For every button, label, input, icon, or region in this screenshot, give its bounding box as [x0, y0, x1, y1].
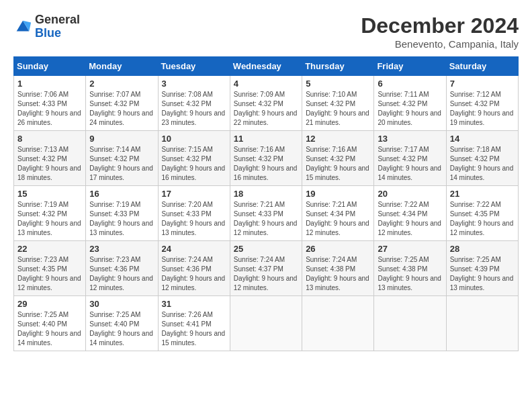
- calendar-cell: 19Sunrise: 7:21 AMSunset: 4:34 PMDayligh…: [302, 186, 374, 241]
- day-number: 28: [450, 244, 515, 254]
- calendar-cell: 3Sunrise: 7:08 AMSunset: 4:32 PMDaylight…: [158, 76, 230, 131]
- cell-info: Sunrise: 7:14 AMSunset: 4:32 PMDaylight:…: [89, 145, 154, 183]
- location-title: Benevento, Campania, Italy: [361, 38, 519, 50]
- calendar-cell: 6Sunrise: 7:11 AMSunset: 4:32 PMDaylight…: [374, 76, 446, 131]
- day-number: 20: [378, 189, 442, 199]
- calendar-cell: 13Sunrise: 7:17 AMSunset: 4:32 PMDayligh…: [374, 131, 446, 186]
- cell-info: Sunrise: 7:18 AMSunset: 4:32 PMDaylight:…: [450, 145, 515, 183]
- calendar-table: SundayMondayTuesdayWednesdayThursdayFrid…: [13, 56, 519, 351]
- cell-info: Sunrise: 7:12 AMSunset: 4:32 PMDaylight:…: [450, 90, 515, 128]
- cell-info: Sunrise: 7:08 AMSunset: 4:32 PMDaylight:…: [162, 90, 226, 128]
- calendar-cell: 1Sunrise: 7:06 AMSunset: 4:33 PMDaylight…: [14, 76, 86, 131]
- day-number: 1: [17, 79, 82, 89]
- calendar-cell: 26Sunrise: 7:24 AMSunset: 4:38 PMDayligh…: [302, 241, 374, 296]
- day-number: 25: [234, 244, 298, 254]
- calendar-cell: 24Sunrise: 7:24 AMSunset: 4:36 PMDayligh…: [158, 241, 230, 296]
- day-number: 16: [89, 189, 154, 199]
- column-header-wednesday: Wednesday: [230, 57, 302, 76]
- day-number: 3: [162, 79, 226, 89]
- day-number: 15: [17, 189, 82, 199]
- cell-info: Sunrise: 7:21 AMSunset: 4:33 PMDaylight:…: [234, 200, 298, 238]
- day-number: 26: [306, 244, 370, 254]
- header: General Blue December 2024 Benevento, Ca…: [13, 13, 519, 50]
- calendar-cell: 31Sunrise: 7:26 AMSunset: 4:41 PMDayligh…: [158, 296, 230, 351]
- cell-info: Sunrise: 7:21 AMSunset: 4:34 PMDaylight:…: [306, 200, 370, 238]
- calendar-week-1: 1Sunrise: 7:06 AMSunset: 4:33 PMDaylight…: [14, 76, 519, 131]
- cell-info: Sunrise: 7:24 AMSunset: 4:38 PMDaylight:…: [306, 255, 370, 293]
- cell-info: Sunrise: 7:22 AMSunset: 4:34 PMDaylight:…: [378, 200, 442, 238]
- calendar-cell: [446, 296, 518, 351]
- calendar-cell: 25Sunrise: 7:24 AMSunset: 4:37 PMDayligh…: [230, 241, 302, 296]
- cell-info: Sunrise: 7:16 AMSunset: 4:32 PMDaylight:…: [306, 145, 370, 183]
- day-number: 11: [234, 134, 298, 144]
- cell-info: Sunrise: 7:09 AMSunset: 4:32 PMDaylight:…: [234, 90, 298, 128]
- calendar-cell: [230, 296, 302, 351]
- cell-info: Sunrise: 7:26 AMSunset: 4:41 PMDaylight:…: [162, 310, 226, 348]
- calendar-cell: 20Sunrise: 7:22 AMSunset: 4:34 PMDayligh…: [374, 186, 446, 241]
- calendar-cell: 22Sunrise: 7:23 AMSunset: 4:35 PMDayligh…: [14, 241, 86, 296]
- day-number: 31: [162, 299, 226, 309]
- day-number: 29: [17, 299, 82, 309]
- column-header-friday: Friday: [374, 57, 446, 76]
- day-number: 10: [162, 134, 226, 144]
- day-number: 19: [306, 189, 370, 199]
- calendar-week-5: 29Sunrise: 7:25 AMSunset: 4:40 PMDayligh…: [14, 296, 519, 351]
- day-number: 12: [306, 134, 370, 144]
- calendar-cell: [374, 296, 446, 351]
- day-number: 4: [234, 79, 298, 89]
- day-number: 27: [378, 244, 442, 254]
- cell-info: Sunrise: 7:22 AMSunset: 4:35 PMDaylight:…: [450, 200, 515, 238]
- day-number: 17: [162, 189, 226, 199]
- cell-info: Sunrise: 7:13 AMSunset: 4:32 PMDaylight:…: [17, 145, 82, 183]
- calendar-week-4: 22Sunrise: 7:23 AMSunset: 4:35 PMDayligh…: [14, 241, 519, 296]
- column-header-thursday: Thursday: [302, 57, 374, 76]
- calendar-cell: 15Sunrise: 7:19 AMSunset: 4:32 PMDayligh…: [14, 186, 86, 241]
- logo-general-text: General: [35, 13, 80, 26]
- calendar-cell: 14Sunrise: 7:18 AMSunset: 4:32 PMDayligh…: [446, 131, 518, 186]
- calendar-cell: 18Sunrise: 7:21 AMSunset: 4:33 PMDayligh…: [230, 186, 302, 241]
- cell-info: Sunrise: 7:15 AMSunset: 4:32 PMDaylight:…: [162, 145, 226, 183]
- calendar-cell: 2Sunrise: 7:07 AMSunset: 4:32 PMDaylight…: [86, 76, 158, 131]
- day-number: 21: [450, 189, 515, 199]
- day-number: 24: [162, 244, 226, 254]
- calendar-cell: 21Sunrise: 7:22 AMSunset: 4:35 PMDayligh…: [446, 186, 518, 241]
- cell-info: Sunrise: 7:06 AMSunset: 4:33 PMDaylight:…: [17, 90, 82, 128]
- column-header-monday: Monday: [86, 57, 158, 76]
- calendar-week-3: 15Sunrise: 7:19 AMSunset: 4:32 PMDayligh…: [14, 186, 519, 241]
- day-number: 18: [234, 189, 298, 199]
- cell-info: Sunrise: 7:07 AMSunset: 4:32 PMDaylight:…: [89, 90, 154, 128]
- calendar-cell: 12Sunrise: 7:16 AMSunset: 4:32 PMDayligh…: [302, 131, 374, 186]
- cell-info: Sunrise: 7:25 AMSunset: 4:38 PMDaylight:…: [378, 255, 442, 293]
- logo-icon: [13, 17, 32, 36]
- logo-blue-text: Blue: [35, 26, 61, 40]
- day-number: 13: [378, 134, 442, 144]
- day-number: 22: [17, 244, 82, 254]
- cell-info: Sunrise: 7:23 AMSunset: 4:36 PMDaylight:…: [89, 255, 154, 293]
- calendar-cell: [302, 296, 374, 351]
- cell-info: Sunrise: 7:24 AMSunset: 4:37 PMDaylight:…: [234, 255, 298, 293]
- calendar-cell: 28Sunrise: 7:25 AMSunset: 4:39 PMDayligh…: [446, 241, 518, 296]
- title-area: December 2024 Benevento, Campania, Italy: [361, 13, 519, 50]
- day-number: 8: [17, 134, 82, 144]
- cell-info: Sunrise: 7:24 AMSunset: 4:36 PMDaylight:…: [162, 255, 226, 293]
- cell-info: Sunrise: 7:10 AMSunset: 4:32 PMDaylight:…: [306, 90, 370, 128]
- cell-info: Sunrise: 7:23 AMSunset: 4:35 PMDaylight:…: [17, 255, 82, 293]
- day-number: 5: [306, 79, 370, 89]
- cell-info: Sunrise: 7:11 AMSunset: 4:32 PMDaylight:…: [378, 90, 442, 128]
- day-number: 14: [450, 134, 515, 144]
- cell-info: Sunrise: 7:19 AMSunset: 4:33 PMDaylight:…: [89, 200, 154, 238]
- calendar-cell: 11Sunrise: 7:16 AMSunset: 4:32 PMDayligh…: [230, 131, 302, 186]
- calendar-week-2: 8Sunrise: 7:13 AMSunset: 4:32 PMDaylight…: [14, 131, 519, 186]
- logo: General Blue: [13, 13, 80, 40]
- calendar-cell: 17Sunrise: 7:20 AMSunset: 4:33 PMDayligh…: [158, 186, 230, 241]
- month-title: December 2024: [361, 13, 519, 38]
- calendar-cell: 29Sunrise: 7:25 AMSunset: 4:40 PMDayligh…: [14, 296, 86, 351]
- calendar-cell: 4Sunrise: 7:09 AMSunset: 4:32 PMDaylight…: [230, 76, 302, 131]
- calendar-cell: 8Sunrise: 7:13 AMSunset: 4:32 PMDaylight…: [14, 131, 86, 186]
- calendar-cell: 10Sunrise: 7:15 AMSunset: 4:32 PMDayligh…: [158, 131, 230, 186]
- cell-info: Sunrise: 7:20 AMSunset: 4:33 PMDaylight:…: [162, 200, 226, 238]
- day-number: 6: [378, 79, 442, 89]
- column-header-saturday: Saturday: [446, 57, 518, 76]
- cell-info: Sunrise: 7:17 AMSunset: 4:32 PMDaylight:…: [378, 145, 442, 183]
- cell-info: Sunrise: 7:25 AMSunset: 4:39 PMDaylight:…: [450, 255, 515, 293]
